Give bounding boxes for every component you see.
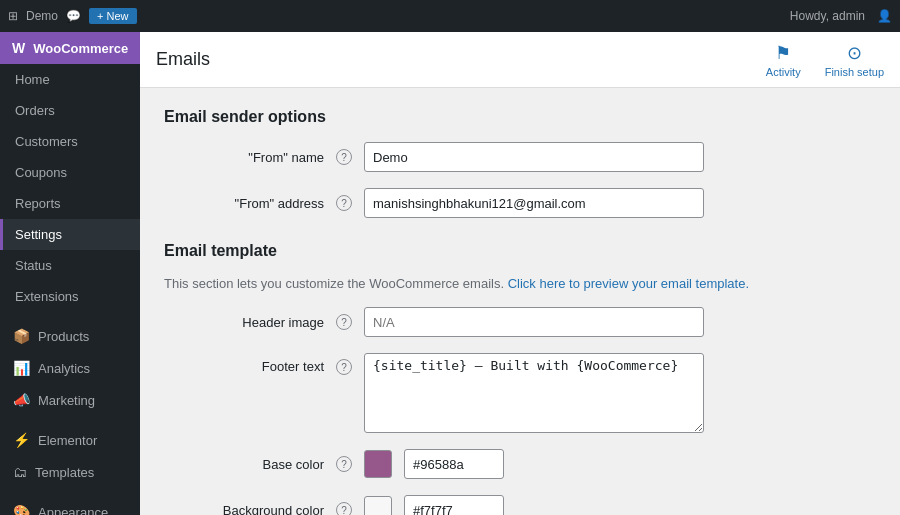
woo-logo-icon: W (12, 40, 25, 56)
sidebar-label-extensions: Extensions (15, 289, 79, 304)
footer-text-label: Footer text (164, 353, 324, 374)
bg-color-label: Background color (164, 503, 324, 516)
sidebar-logo[interactable]: W WooCommerce (0, 32, 140, 64)
layout: W WooCommerce Home Orders Customers Coup… (0, 32, 900, 515)
sidebar-label-analytics: Analytics (38, 361, 90, 376)
finish-setup-label: Finish setup (825, 66, 884, 78)
from-name-label: "From" name (164, 150, 324, 165)
sidebar-item-customers[interactable]: Customers (0, 126, 140, 157)
from-name-input[interactable] (364, 142, 704, 172)
sidebar-label-status: Status (15, 258, 52, 273)
elementor-icon: ⚡ (13, 432, 30, 448)
sidebar-label-templates: Templates (35, 465, 94, 480)
sidebar-item-analytics[interactable]: 📊 Analytics (0, 352, 140, 384)
page-header: Emails ⚑ Activity ⊙ Finish setup (140, 32, 900, 88)
template-desc: This section lets you customize the WooC… (164, 276, 876, 291)
base-color-swatch[interactable] (364, 450, 392, 478)
sidebar-label-reports: Reports (15, 196, 61, 211)
sidebar-item-extensions[interactable]: Extensions (0, 281, 140, 312)
activity-icon: ⚑ (775, 42, 791, 64)
activity-button[interactable]: ⚑ Activity (766, 42, 801, 78)
template-section: Email template This section lets you cus… (164, 242, 876, 515)
sidebar-label-customers: Customers (15, 134, 78, 149)
sidebar-item-products[interactable]: 📦 Products (0, 320, 140, 352)
from-name-row: "From" name ? (164, 142, 876, 172)
page-title: Emails (156, 49, 210, 70)
sidebar-label-coupons: Coupons (15, 165, 67, 180)
bg-color-row: Background color ? (164, 495, 876, 515)
base-color-label: Base color (164, 457, 324, 472)
from-address-input[interactable] (364, 188, 704, 218)
marketing-icon: 📣 (13, 392, 30, 408)
from-address-help-icon[interactable]: ? (336, 195, 352, 211)
base-color-input[interactable] (404, 449, 504, 479)
sidebar-item-home[interactable]: Home (0, 64, 140, 95)
footer-text-row: Footer text ? {site_title} — Built with … (164, 353, 876, 433)
wp-icon[interactable]: ⊞ (8, 9, 18, 23)
sidebar-label-orders: Orders (15, 103, 55, 118)
activity-label: Activity (766, 66, 801, 78)
sidebar-item-status[interactable]: Status (0, 250, 140, 281)
sidebar-label-products: Products (38, 329, 89, 344)
templates-icon: 🗂 (13, 464, 27, 480)
template-section-title: Email template (164, 242, 876, 260)
sidebar-item-orders[interactable]: Orders (0, 95, 140, 126)
new-button[interactable]: + New (89, 8, 137, 24)
sender-options-section: Email sender options "From" name ? "From… (164, 108, 876, 218)
bg-color-help-icon[interactable]: ? (336, 502, 352, 515)
top-bar: ⊞ Demo 💬 + New Howdy, admin 👤 (0, 0, 900, 32)
content-area: Email sender options "From" name ? "From… (140, 88, 900, 515)
sidebar-item-marketing[interactable]: 📣 Marketing (0, 384, 140, 416)
finish-setup-button[interactable]: ⊙ Finish setup (825, 42, 884, 78)
header-image-row: Header image ? (164, 307, 876, 337)
top-bar-right: Howdy, admin 👤 (790, 9, 892, 23)
main: Emails ⚑ Activity ⊙ Finish setup Email s… (140, 32, 900, 515)
header-image-label: Header image (164, 315, 324, 330)
site-name[interactable]: Demo (26, 9, 58, 23)
from-address-label: "From" address (164, 196, 324, 211)
footer-text-input[interactable]: {site_title} — Built with {WooCommerce} (364, 353, 704, 433)
products-icon: 📦 (13, 328, 30, 344)
sidebar-item-appearance[interactable]: 🎨 Appearance (0, 496, 140, 515)
header-image-help-icon[interactable]: ? (336, 314, 352, 330)
sidebar-label-elementor: Elementor (38, 433, 97, 448)
sidebar-item-templates[interactable]: 🗂 Templates (0, 456, 140, 488)
sender-section-title: Email sender options (164, 108, 876, 126)
from-name-help-icon[interactable]: ? (336, 149, 352, 165)
base-color-row: Base color ? (164, 449, 876, 479)
from-address-row: "From" address ? (164, 188, 876, 218)
bg-color-input[interactable] (404, 495, 504, 515)
avatar-icon: 👤 (877, 9, 892, 23)
sidebar-label-appearance: Appearance (38, 505, 108, 516)
preview-template-link[interactable]: Click here to preview your email templat… (508, 276, 749, 291)
sidebar-logo-text: WooCommerce (33, 41, 128, 56)
howdy-text: Howdy, admin (790, 9, 865, 23)
top-bar-left: ⊞ Demo 💬 + New (8, 8, 137, 24)
appearance-icon: 🎨 (13, 504, 30, 515)
comment-icon[interactable]: 💬 (66, 9, 81, 23)
footer-text-help-icon[interactable]: ? (336, 359, 352, 375)
sidebar-label-marketing: Marketing (38, 393, 95, 408)
sidebar-item-elementor[interactable]: ⚡ Elementor (0, 424, 140, 456)
sidebar-item-reports[interactable]: Reports (0, 188, 140, 219)
base-color-help-icon[interactable]: ? (336, 456, 352, 472)
sidebar-item-coupons[interactable]: Coupons (0, 157, 140, 188)
sidebar: W WooCommerce Home Orders Customers Coup… (0, 32, 140, 515)
bg-color-swatch[interactable] (364, 496, 392, 515)
analytics-icon: 📊 (13, 360, 30, 376)
sidebar-label-home: Home (15, 72, 50, 87)
header-actions: ⚑ Activity ⊙ Finish setup (766, 42, 884, 78)
finish-setup-icon: ⊙ (847, 42, 862, 64)
header-image-input[interactable] (364, 307, 704, 337)
sidebar-item-settings[interactable]: Settings (0, 219, 140, 250)
sidebar-label-settings: Settings (15, 227, 62, 242)
